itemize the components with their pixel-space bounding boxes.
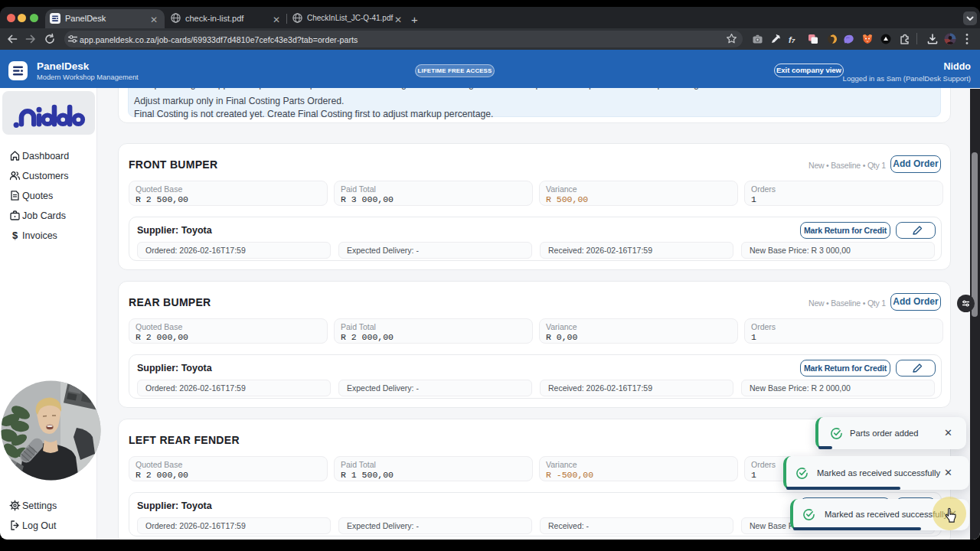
svg-text:$: $ <box>12 230 18 241</box>
